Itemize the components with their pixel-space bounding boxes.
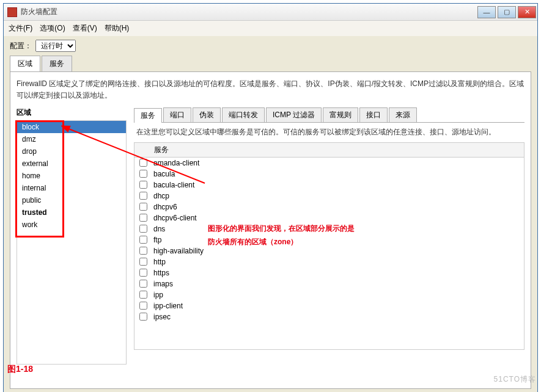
service-checkbox[interactable] (139, 291, 147, 299)
zone-item-public[interactable]: public (17, 194, 126, 206)
zone-item-block[interactable]: block (17, 121, 126, 133)
service-name: dns (153, 225, 165, 233)
subtab-ports[interactable]: 端口 (163, 107, 191, 122)
window-buttons: — ▢ ✕ (477, 6, 536, 18)
service-row[interactable]: https (134, 267, 524, 278)
subtab-masq[interactable]: 伪装 (193, 107, 221, 122)
service-row[interactable]: http (134, 256, 524, 267)
zone-list[interactable]: blockdmzdropexternalhomeinternalpublictr… (17, 120, 127, 365)
services-description: 在这里您可以定义区域中哪些服务是可信的。可信的服务可以被绑定到该区域的任意连接、… (134, 123, 524, 142)
service-name: amanda-client (153, 159, 199, 167)
toolbar: 配置： 运行时 (4, 36, 537, 56)
service-checkbox[interactable] (139, 269, 147, 277)
annotation-text: 图形化的界面我们发现，在区域部分展示的是 防火墙所有的区域（zone） (208, 222, 355, 249)
service-name: dhcpv6 (153, 203, 177, 211)
window-frame: 防火墙配置 — ▢ ✕ 文件(F) 选项(O) 查看(V) 帮助(H) 配置： … (3, 3, 538, 392)
subtab-icmp[interactable]: ICMP 过滤器 (266, 107, 322, 122)
zone-item-work[interactable]: work (17, 219, 126, 231)
sub-tabs: 服务 端口 伪装 端口转发 ICMP 过滤器 富规则 接口 来源 (134, 107, 524, 123)
service-checkbox[interactable] (139, 181, 147, 189)
subtab-portfwd[interactable]: 端口转发 (222, 107, 265, 122)
service-name: https (153, 269, 169, 277)
service-checkbox[interactable] (139, 313, 147, 321)
service-checkbox[interactable] (139, 302, 147, 310)
service-checkbox[interactable] (139, 280, 147, 288)
close-button[interactable]: ✕ (518, 6, 536, 18)
config-select[interactable]: 运行时 (35, 40, 76, 52)
service-checkbox[interactable] (139, 225, 147, 233)
zone-item-trusted[interactable]: trusted (17, 206, 126, 219)
main-tabs: 区域 服务 (10, 56, 531, 71)
menu-options[interactable]: 选项(O) (40, 23, 65, 34)
service-row[interactable]: ipp (134, 289, 524, 300)
service-name: ftp (153, 236, 161, 244)
service-row[interactable]: ipsec (134, 311, 524, 322)
service-column-header: 服务 (154, 145, 169, 155)
service-checkbox[interactable] (139, 247, 147, 255)
service-name: high-availability (153, 247, 204, 255)
service-checkbox[interactable] (139, 258, 147, 266)
config-label: 配置： (10, 41, 32, 51)
service-row[interactable]: imaps (134, 278, 524, 289)
service-checkbox[interactable] (139, 203, 147, 211)
zone-item-drop[interactable]: drop (17, 145, 126, 158)
service-checkbox[interactable] (139, 159, 147, 167)
zone-header: 区域 (17, 107, 127, 118)
figure-label: 图1-18 (7, 364, 33, 375)
service-row[interactable]: dhcp (134, 191, 524, 201)
zone-item-dmz[interactable]: dmz (17, 133, 126, 145)
service-name: ipsec (153, 313, 171, 321)
service-name: ipp-client (153, 302, 183, 310)
watermark: 51CTO博客 (494, 374, 536, 385)
service-row[interactable]: dhcpv6 (134, 201, 524, 212)
menu-file[interactable]: 文件(F) (9, 23, 32, 34)
service-name: bacula-client (153, 181, 194, 189)
service-name: dhcp (153, 192, 169, 200)
subtab-services[interactable]: 服务 (134, 108, 162, 123)
titlebar: 防火墙配置 — ▢ ✕ (4, 4, 537, 21)
service-name: ipp (153, 291, 163, 299)
service-row[interactable]: amanda-client (134, 158, 524, 169)
zone-item-home[interactable]: home (17, 170, 126, 182)
service-checkbox[interactable] (139, 170, 147, 178)
service-header-row: 服务 (134, 143, 524, 158)
service-name: dhcpv6-client (153, 214, 197, 222)
menu-help[interactable]: 帮助(H) (105, 23, 130, 34)
app-icon (7, 7, 17, 17)
service-row[interactable]: bacula-client (134, 180, 524, 191)
window-title: 防火墙配置 (21, 7, 57, 17)
service-row[interactable]: ipp-client (134, 300, 524, 311)
maximize-button[interactable]: ▢ (498, 6, 516, 18)
service-name: http (153, 258, 166, 266)
menubar: 文件(F) 选项(O) 查看(V) 帮助(H) (4, 21, 537, 36)
zone-item-internal[interactable]: internal (17, 182, 126, 194)
service-checkbox[interactable] (139, 236, 147, 244)
subtab-rich[interactable]: 富规则 (323, 107, 358, 122)
subtab-sources[interactable]: 来源 (389, 107, 417, 122)
minimize-button[interactable]: — (477, 6, 496, 18)
zone-item-external[interactable]: external (17, 158, 126, 170)
service-row[interactable]: bacula (134, 169, 524, 180)
service-checkbox[interactable] (139, 214, 147, 222)
tab-zones[interactable]: 区域 (10, 56, 40, 71)
zone-description: FirewallD 区域定义了绑定的网络连接、接口以及源地址的可信程度。区域是服… (17, 78, 524, 101)
subtab-ifaces[interactable]: 接口 (359, 107, 388, 122)
menu-view[interactable]: 查看(V) (73, 23, 97, 34)
service-name: imaps (153, 280, 173, 288)
service-name: bacula (153, 170, 175, 178)
zone-column: 区域 blockdmzdropexternalhomeinternalpubli… (17, 107, 127, 370)
tab-services[interactable]: 服务 (42, 56, 72, 71)
service-checkbox[interactable] (139, 192, 147, 200)
service-row[interactable]: dhcpv6-client (134, 212, 524, 223)
